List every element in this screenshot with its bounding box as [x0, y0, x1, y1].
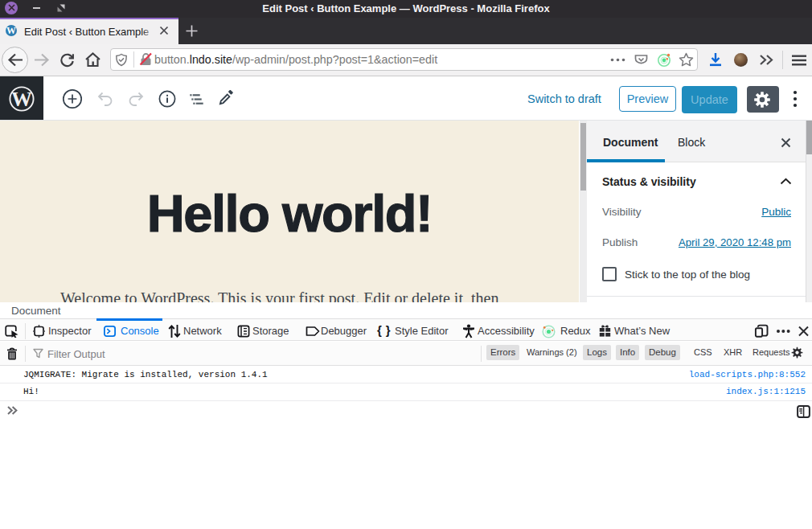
svg-text:W: W: [6, 25, 16, 36]
svg-text:W: W: [11, 88, 32, 111]
